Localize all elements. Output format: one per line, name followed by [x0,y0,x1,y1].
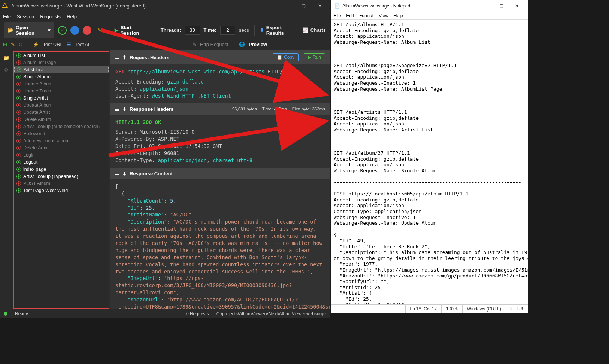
export-icon: ⬇ [260,27,264,33]
sidebar-item-label: Update Track [23,88,51,94]
add-icon[interactable]: + [70,26,79,35]
np-menu-view[interactable]: View [379,13,388,18]
sidebar-item[interactable]: Update Track [14,87,109,94]
status-dot-icon [16,82,21,86]
copy-button[interactable]: 📋 Copy [273,53,299,61]
np-menu-help[interactable]: Help [394,13,403,18]
run-button[interactable]: ▶ Run [304,53,325,61]
response-headers-section[interactable]: ▬ ⬇ Response Headers 96,081 bytes Time: … [110,103,330,115]
sidebar-item[interactable]: Delete Album [14,116,109,123]
sidebar-item[interactable]: Update Album [14,80,109,87]
menu-requests[interactable]: Requests [40,14,61,19]
sidebar-item-label: Update Album [23,81,53,87]
charts-button[interactable]: 📈 Charts [302,27,326,33]
delete-small-icon[interactable]: ⊘ [19,42,23,47]
check-icon[interactable]: ✓ [58,26,67,35]
threads-input[interactable] [185,26,200,35]
close-button[interactable]: ✕ [509,1,525,11]
close-button[interactable]: ✕ [312,0,328,11]
sidebar-item[interactable]: Helloworld [14,130,109,137]
sidebar-item[interactable]: Single Artist [14,94,109,101]
np-status-enc: UTF-8 [506,305,528,313]
sidebar-item-label: Single Artist [23,95,48,101]
np-menu-format[interactable]: Format [359,13,373,18]
minimize-button[interactable]: ─ [478,1,493,11]
sidebar-item[interactable]: Single Album [14,73,109,80]
add-small-icon[interactable]: ⊞ [3,42,7,47]
response-headers-body: HTTP/1.1 200 OK Server: Microsoft-IIS/10… [110,115,330,168]
menu-session[interactable]: Session [17,14,34,19]
menu-file[interactable]: File [3,14,11,19]
notepad-title: AlbumViewer.websurge - Notepad [342,3,410,9]
folder-open-icon: 📂 [7,27,13,33]
status-dot-icon [16,75,21,79]
sidebar-item[interactable]: Artist List [14,66,109,73]
edit-icon[interactable]: ✎ [95,26,104,35]
app-logo-icon [1,2,8,9]
record-icon[interactable] [83,26,91,35]
open-session-button[interactable]: 📂 Open Session ▾ [4,22,54,38]
notepad-menubar: File Edit Format View Help [331,12,528,20]
time-input[interactable] [220,26,235,35]
maximize-button[interactable]: ▢ [295,0,312,11]
sidebar-item[interactable]: Update Artist [14,109,109,116]
subtoolbar: ⊞ ✎ ⊘ | ⚡ Test URL ☰ Test All ✎ Http Req… [0,38,330,50]
np-menu-edit[interactable]: Edit [346,13,354,18]
sidebar-item-label: Delete Artist [23,145,48,151]
sidebar-item[interactable]: Artist Lookup (Typeahead) [14,173,109,180]
response-content-section[interactable]: ▬ ⬇ Response Content [110,168,330,179]
download-icon: ⬇ [122,171,127,176]
upload-icon: ⬆ [122,55,127,60]
preview-tab[interactable]: Preview [249,42,267,47]
sidebar-item[interactable]: Login [14,151,109,158]
notepad-body[interactable]: GET /api/albums HTTP/1.1 Accept-Encoding… [331,20,528,304]
sidebar-item[interactable]: Add new bogus album [14,137,109,144]
maximize-button[interactable]: ▢ [493,1,509,11]
sidebar-item-label: Update Album [23,103,53,108]
sidebar-item[interactable]: Artist Lookup (auto complete search) [14,123,109,130]
sidebar-item-label: index page [23,167,46,172]
test-all-button[interactable]: Test All [75,42,90,47]
np-menu-file[interactable]: File [334,13,341,18]
status-dot-icon [16,188,21,193]
sidebar-item[interactable]: Test Page West Wind [14,187,109,194]
sidebar-item-label: Login [23,152,35,158]
status-dot-icon [16,167,21,172]
np-status-zoom: 100% [441,305,462,313]
threads-label: Threads: [161,27,181,33]
sidebar-item-label: Artist Lookup (auto complete search) [23,124,100,129]
sidebar-item[interactable]: index page [14,166,109,173]
sidebar-item-label: Artist Lookup (Typeahead) [23,174,78,179]
sidebar-item[interactable]: Delete Artist [14,144,109,151]
status-dot-icon [16,174,21,179]
status-dot-icon [16,103,21,107]
np-status-pos: Ln 16, Col 17 [405,305,441,313]
status-dot-icon [16,181,21,186]
export-results-button[interactable]: ⬇ Export Results [260,25,299,36]
request-headers-section[interactable]: ▬ ⬆ Request Headers 📋 Copy ▶ Run [110,50,330,64]
websurge-app: AlbumViewer.websurge - West Wind WebSurg… [0,0,330,318]
sidebar-item-label: Artist List [24,67,43,72]
sidebar-item[interactable]: Logout [14,158,109,166]
menubar: File Session Requests Help [0,11,330,22]
collapse-icon: ▬ [115,55,119,60]
sidebar-item[interactable]: POST Album [14,180,109,187]
time-label: Time: 429ms [262,107,287,111]
test-url-button[interactable]: Test URL [43,42,63,47]
edit-small-icon[interactable]: ✎ [11,42,15,47]
menu-help[interactable]: Help [67,14,77,19]
gear-icon[interactable]: ⚙ [3,66,10,73]
start-session-button[interactable]: ▶ Start Session [115,25,150,36]
flash-icon: ⚡ [33,42,39,47]
sidebar-item-label: AlbumList Page [23,60,56,65]
http-request-tab[interactable]: Http Request [200,42,228,47]
notepad-app: 📄 AlbumViewer.websurge - Notepad ─ ▢ ✕ F… [331,0,528,313]
sidebar-item[interactable]: Update Album [14,101,109,109]
notepad-statusbar: Ln 16, Col 17 100% Windows (CRLF) UTF-8 [331,304,528,313]
sidebar-item[interactable]: AlbumList Page [14,59,109,66]
status-dot-icon [16,124,21,129]
folder-icon[interactable]: 📁 [3,54,10,61]
minimize-button[interactable]: ─ [279,0,295,11]
sidebar-item[interactable]: Album List [14,52,109,59]
notepad-titlebar: 📄 AlbumViewer.websurge - Notepad ─ ▢ ✕ [331,0,528,12]
